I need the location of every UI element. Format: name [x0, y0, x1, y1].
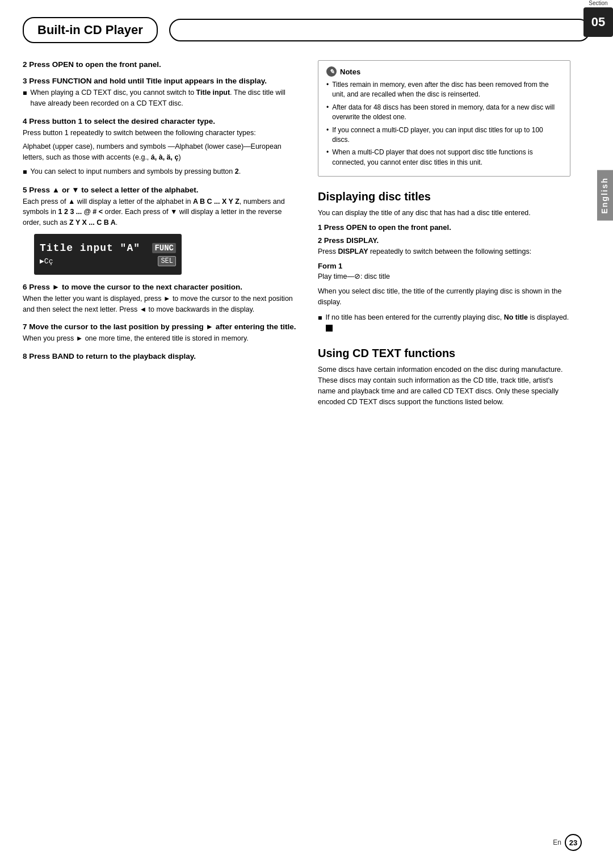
right-column: ✎ Notes • Titles remain in memory, even …: [318, 60, 590, 412]
step6-heading: 6 Press ► to move the cursor to the next…: [23, 283, 301, 291]
step4-body2: Alphabet (upper case), numbers and symbo…: [23, 141, 301, 163]
notes-bullet-4: •: [326, 148, 329, 167]
notes-title: Notes: [340, 68, 360, 76]
step6-body1: When the letter you want is displayed, p…: [23, 293, 301, 315]
notes-bullet-2: •: [326, 103, 329, 123]
page-number: 23: [565, 834, 582, 851]
display-sel: SEL: [158, 256, 176, 266]
step3-bullet1: ■ When playing a CD TEXT disc, you canno…: [23, 87, 301, 109]
page: Section 05 English Built-in CD Player 2 …: [0, 0, 613, 868]
form1-label: Form 1: [318, 262, 570, 270]
bullet-symbol-2: ■: [23, 167, 27, 178]
form1-body: Play time—⊘: disc title: [318, 271, 570, 282]
form1-bullet: ■ If no title has been entered for the c…: [318, 312, 570, 334]
stop-icon: [326, 325, 333, 332]
step4-body1: Press button 1 repeatedly to switch betw…: [23, 128, 301, 139]
display-title-text: Title input "A": [40, 242, 140, 254]
form1-bullet-symbol: ■: [318, 313, 322, 334]
bullet-symbol: ■: [23, 88, 27, 109]
notes-item-4: • When a multi-CD player that does not s…: [326, 148, 562, 167]
step4-heading: 4 Press button 1 to select the desired c…: [23, 117, 301, 125]
step7-heading: 7 Move the cursor to the last position b…: [23, 322, 301, 331]
displaying-section-title: Displaying disc titles: [318, 190, 570, 203]
displaying-step1-heading: 1 Press OPEN to open the front panel.: [318, 223, 570, 232]
lcd-display: Title input "A" FUNC ▶Cç SEL: [34, 234, 182, 275]
notes-text-4: When a multi-CD player that does not sup…: [332, 148, 562, 167]
notes-icon: ✎: [326, 66, 337, 77]
display-func: FUNC: [152, 243, 176, 253]
step4-bullet1: ■ You can select to input numbers and sy…: [23, 166, 301, 178]
page-footer: En 23: [553, 834, 582, 851]
step2-bold: Press DISPLAY.: [324, 236, 379, 245]
form1-bullet-text: If no title has been entered for the cur…: [326, 312, 570, 334]
step3-heading: 3 Press FUNCTION and hold until Title in…: [23, 77, 301, 85]
notes-item-2: • After data for 48 discs has been store…: [326, 103, 562, 123]
notes-text-3: If you connect a multi-CD player, you ca…: [332, 125, 562, 145]
left-column: 2 Press OPEN to open the front panel. 3 …: [23, 60, 301, 412]
page-title: Built-in CD Player: [23, 17, 158, 43]
notes-text-1: Titles remain in memory, even after the …: [332, 80, 562, 100]
display-bottom-row: ▶Cç SEL: [40, 256, 176, 266]
display-bottom-left: ▶Cç: [40, 257, 53, 266]
notes-text-2: After data for 48 discs has been stored …: [332, 103, 562, 123]
section-number: 05: [583, 7, 613, 37]
section-badge: Section 05: [583, 0, 613, 37]
cd-text-section-body: Some discs have certain information enco…: [318, 364, 570, 407]
notes-header: ✎ Notes: [326, 66, 562, 77]
displaying-step2-body: Press DISPLAY repeatedly to switch betwe…: [318, 246, 570, 257]
notes-item-3: • If you connect a multi-CD player, you …: [326, 125, 562, 145]
step7-body1: When you press ► one more time, the ente…: [23, 333, 301, 344]
step4-bullet1-text: You can select to input numbers and symb…: [31, 166, 241, 178]
notes-box: ✎ Notes • Titles remain in memory, even …: [318, 60, 570, 177]
en-label: En: [553, 838, 561, 846]
notes-item-1: • Titles remain in memory, even after th…: [326, 80, 562, 100]
step3-bullet1-text: When playing a CD TEXT disc, you cannot …: [31, 87, 301, 109]
header: Built-in CD Player: [23, 17, 590, 43]
displaying-step2-heading: 2 Press DISPLAY.: [318, 236, 570, 245]
english-label: English: [597, 170, 613, 221]
step5-body1: Each press of ▲ will display a letter of…: [23, 196, 301, 228]
cd-text-section-title: Using CD TEXT functions: [318, 347, 570, 360]
display-inner: Title input "A" FUNC ▶Cç SEL: [34, 239, 182, 270]
notes-bullet-1: •: [326, 80, 329, 100]
step2-number: 2: [318, 236, 324, 245]
step8-heading: 8 Press BAND to return to the playback d…: [23, 352, 301, 360]
step5-heading: 5 Press ▲ or ▼ to select a letter of the…: [23, 186, 301, 194]
header-right-box: [169, 19, 590, 41]
notes-bullet-3: •: [326, 125, 329, 145]
step2-heading: 2 Press OPEN to open the front panel.: [23, 60, 301, 69]
content-columns: 2 Press OPEN to open the front panel. 3 …: [23, 60, 590, 412]
form1-body2: When you select disc title, the title of…: [318, 286, 570, 308]
section-label: Section: [589, 0, 607, 6]
display-top-row: Title input "A" FUNC: [40, 242, 176, 254]
displaying-section-body: You can display the title of any disc th…: [318, 208, 570, 219]
